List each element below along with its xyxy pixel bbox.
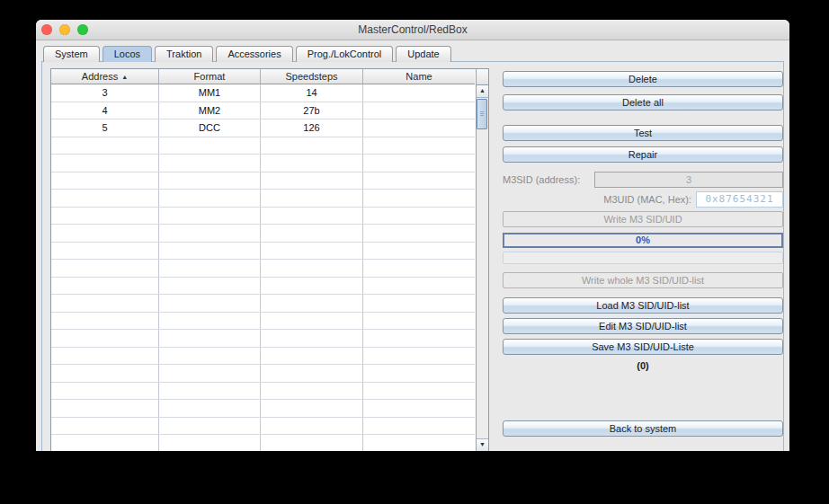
table-cell <box>261 435 363 451</box>
table-cell <box>261 208 363 225</box>
load-list-button[interactable]: Load M3 SID/UID-list <box>503 297 783 314</box>
action-panel: Delete Delete all Test Repair M3SID (add… <box>503 62 783 451</box>
table-cell <box>261 172 363 190</box>
table-cell <box>363 102 475 119</box>
table-row[interactable] <box>51 365 475 383</box>
table-cell <box>261 190 363 207</box>
table-row[interactable] <box>51 278 475 296</box>
table-cell <box>363 400 475 417</box>
scrollbar-thumb[interactable] <box>477 99 487 129</box>
column-header-name[interactable]: Name <box>363 69 475 84</box>
table-row[interactable] <box>51 208 475 225</box>
table-cell <box>51 330 159 347</box>
table-row[interactable] <box>51 418 475 436</box>
table-cell <box>261 330 363 347</box>
table-row[interactable] <box>51 330 475 348</box>
save-list-button[interactable]: Save M3 SID/UID-Liste <box>503 339 783 355</box>
column-header-address[interactable]: Address▲ <box>51 69 159 84</box>
table-row[interactable] <box>51 172 475 190</box>
table-cell <box>363 225 475 242</box>
back-to-system-button[interactable]: Back to system <box>503 420 783 437</box>
table-row[interactable] <box>51 435 475 451</box>
delete-button[interactable]: Delete <box>503 71 783 87</box>
table-cell <box>51 243 159 260</box>
column-header-format[interactable]: Format <box>159 69 261 84</box>
table-body: 3MM1144MM227b5DCC126 <box>51 84 475 451</box>
tab-prog-lokcontrol[interactable]: Prog./LokControl <box>296 46 394 62</box>
table-cell <box>51 278 159 295</box>
column-header-label: Speedsteps <box>285 71 337 82</box>
table-cell <box>261 278 363 295</box>
table-row[interactable] <box>51 383 475 401</box>
table-cell <box>261 225 363 242</box>
repair-button[interactable]: Repair <box>503 146 783 163</box>
table-cell <box>159 435 261 451</box>
m3sid-input[interactable]: 3 <box>594 172 783 188</box>
tab-accessories[interactable]: Accessories <box>216 46 292 62</box>
table-row[interactable] <box>51 243 475 261</box>
table-cell <box>159 208 261 225</box>
column-header-label: Format <box>194 71 226 82</box>
table-row[interactable] <box>51 260 475 278</box>
table-cell <box>51 260 159 277</box>
table-cell <box>159 225 261 242</box>
table-cell <box>363 260 475 277</box>
sort-asc-icon: ▲ <box>121 74 128 80</box>
tab-update[interactable]: Update <box>396 46 450 62</box>
table-cell <box>363 155 475 172</box>
table-cell <box>261 418 363 435</box>
table-cell <box>51 137 159 155</box>
tab-content-panel: Address▲FormatSpeedstepsName 3MM1144MM22… <box>41 61 784 451</box>
app-window: MasterControl/RedBox SystemLocosTraktion… <box>36 20 789 451</box>
write-m3-sid-uid-button: Write M3 SID/UID <box>503 211 783 227</box>
table-cell <box>51 435 159 451</box>
table-cell <box>159 418 261 435</box>
table-cell <box>261 383 363 400</box>
secondary-progress-bar <box>503 252 783 264</box>
table-cell: DCC <box>159 119 261 137</box>
table-cell <box>363 330 475 347</box>
table-cell <box>51 190 159 207</box>
test-button[interactable]: Test <box>503 125 783 141</box>
table-cell: 27b <box>261 102 363 119</box>
titlebar[interactable]: MasterControl/RedBox <box>36 20 789 40</box>
list-count-label: (0) <box>503 360 783 371</box>
scroll-down-icon: ▼ <box>479 441 486 447</box>
table-row[interactable] <box>51 225 475 243</box>
vertical-scrollbar[interactable]: ▲ ▼ <box>476 69 488 451</box>
progress-bar: 0% <box>503 233 783 248</box>
tab-bar: SystemLocosTraktionAccessoriesProg./LokC… <box>43 45 454 62</box>
table-row[interactable]: 4MM227b <box>51 102 475 120</box>
table-cell <box>159 383 261 400</box>
tab-system[interactable]: System <box>43 46 100 62</box>
scroll-up-button[interactable]: ▲ <box>477 85 488 98</box>
table-row[interactable] <box>51 313 475 331</box>
table-row[interactable] <box>51 155 475 172</box>
table-cell <box>51 418 159 435</box>
table-row[interactable]: 5DCC126 <box>51 119 475 137</box>
table-cell: 4 <box>51 102 159 119</box>
write-whole-list-button: Write whole M3 SID/UID-list <box>503 272 783 288</box>
table-row[interactable] <box>51 348 475 366</box>
table-cell <box>363 383 475 400</box>
table-row[interactable] <box>51 190 475 208</box>
table-row[interactable] <box>51 400 475 418</box>
delete-all-button[interactable]: Delete all <box>503 94 783 111</box>
table-cell <box>51 295 159 312</box>
tab-traktion[interactable]: Traktion <box>155 46 213 62</box>
table-row[interactable]: 3MM114 <box>51 84 475 102</box>
table-cell <box>363 84 475 102</box>
m3uid-input[interactable]: 0x87654321 <box>696 191 783 208</box>
table-cell: 14 <box>261 84 363 102</box>
tab-locos[interactable]: Locos <box>103 46 152 62</box>
table-row[interactable] <box>51 137 475 155</box>
edit-list-button[interactable]: Edit M3 SID/UID-list <box>503 318 783 334</box>
table-row[interactable] <box>51 295 475 313</box>
table-header: Address▲FormatSpeedstepsName <box>51 69 475 84</box>
table-cell: 5 <box>51 119 159 137</box>
table-cell <box>159 400 261 417</box>
column-header-speedsteps[interactable]: Speedsteps <box>261 69 363 84</box>
table-cell <box>51 313 159 330</box>
table-cell <box>363 190 475 207</box>
scroll-down-button[interactable]: ▼ <box>477 438 488 451</box>
